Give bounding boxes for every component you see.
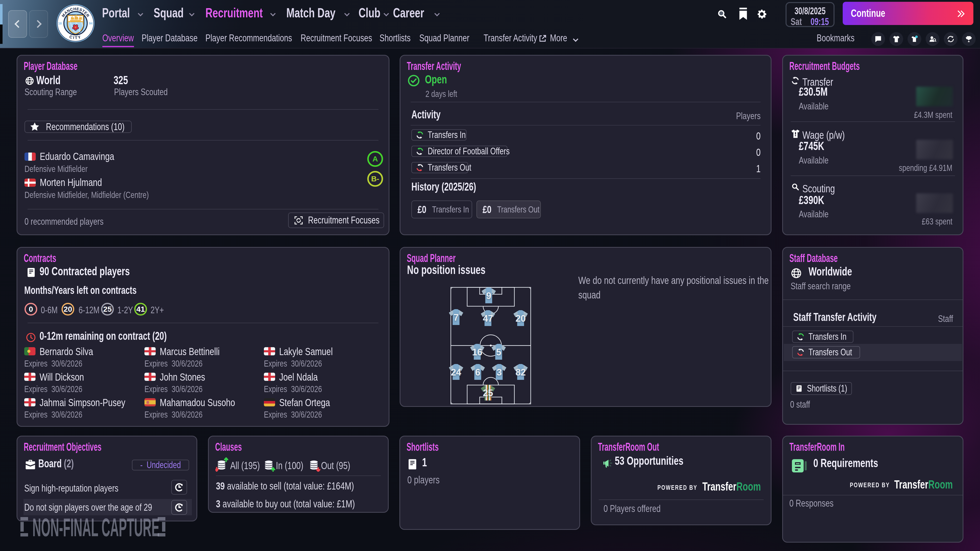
svg-text:94: 94: [89, 21, 93, 25]
svg-text:18: 18: [58, 21, 62, 25]
